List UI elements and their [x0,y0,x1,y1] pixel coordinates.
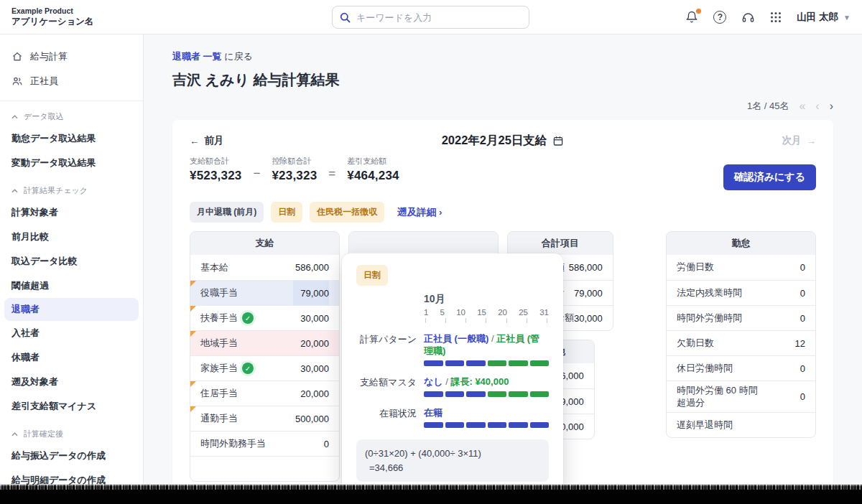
top-header: Example Product アプリケーション名 ? 山 [0,0,862,34]
resident-tax-lump-badge: 住民税一括徴収 [310,202,384,223]
pay-master-bar [424,391,549,397]
sidebar-item-fulltime-employees[interactable]: 正社員 [0,69,143,93]
chevron-up-icon [11,432,18,437]
table-row[interactable]: 法定内残業時間0 [667,280,815,305]
proration-popover: 日割 10月 151015202531 計算パターン 正社員 (一般職) / 正… [342,253,563,493]
global-search[interactable] [332,6,529,29]
help-icon[interactable]: ? [713,10,727,24]
notification-dot [696,9,701,14]
bottom-letterbox-bar [0,486,862,504]
section-after-finalize[interactable]: 計算確定後 [0,419,143,444]
sidebar: 給与計算 正社員 データ取込 勤怠データ取込結果 変動データ取込結果 計算結果チ… [0,34,144,504]
prorated-badge: 日割 [271,202,302,223]
confirm-button[interactable]: 確認済みにする [723,164,816,190]
table-header: 支給 [190,232,339,255]
sidebar-item-import-compare[interactable]: 取込データ比較 [0,249,143,274]
table-header: 勤怠 [667,232,815,255]
table-row[interactable]: 遅刻早退時間 [667,412,815,437]
day-axis-tickmarks [424,317,549,323]
prev-record-icon[interactable]: ‹ [815,101,819,112]
search-input[interactable] [356,12,522,23]
proration-formula: (0÷31×20) + (40,000÷ 3×11) =34,666 [356,439,549,482]
sidebar-item-variable-import-result[interactable]: 変動データ取込結果 [0,151,143,175]
sidebar-item-on-leave[interactable]: 休職者 [0,345,143,370]
notification-bell-icon[interactable] [685,10,699,24]
record-pagination: 1名 / 45名 « ‹ › [144,100,833,113]
first-page-icon[interactable]: « [799,101,805,112]
sidebar-item-threshold-exceeded[interactable]: 閾値超過 [0,274,143,298]
prorated-badge: 日割 [356,265,388,286]
table-row[interactable]: 役職手当79,000 [190,280,339,305]
sidebar-item-label: 正社員 [30,75,58,88]
next-month-button[interactable]: 次月 → [782,134,817,147]
equals-operator: = [328,167,335,183]
table-row[interactable]: 時間外労働時間0 [667,305,815,330]
total-payment: 支給額合計 ¥523,323 [190,156,242,183]
breadcrumb-back-link[interactable]: 退職者 一覧 [172,51,222,62]
table-attendance: 勤怠 労働日数0 法定内残業時間0 時間外労働時間0 欠勤日数12 休日労働時間… [666,231,816,438]
sidebar-item-retroactive-targets[interactable]: 遡及対象者 [0,370,143,394]
table-row[interactable]: 休日労働時間0 [667,355,815,381]
retroactive-detail-link[interactable]: 遡及詳細 › [397,206,442,219]
sidebar-item-new-hires[interactable]: 入社者 [0,321,143,345]
breadcrumb: 退職者 一覧 に戻る [172,50,862,63]
enrollment-bar [424,422,549,428]
check-icon: ✓ [242,363,254,374]
check-icon: ✓ [242,312,254,324]
total-deduction: 控除額合計 ¥23,323 [272,156,317,183]
app-logo: Example Product アプリケーション名 [11,6,94,28]
table-row[interactable]: 地域手当20,000 [190,330,339,355]
section-calc-check[interactable]: 計算結果チェック [0,175,143,200]
record-count: 1名 / 45名 [747,100,789,113]
sidebar-item-negative-net-pay[interactable]: 差引支給額マイナス [0,394,143,419]
table-payments: 支給 基本給586,000 役職手当79,000 扶養手当✓30,000 地域手… [190,231,340,482]
table-header: 合計項目 [508,232,613,255]
sidebar-item-calc-targets[interactable]: 計算対象者 [0,200,143,225]
calendar-icon[interactable] [552,135,564,146]
application-name: アプリケーション名 [11,16,94,28]
product-name: Example Product [11,6,94,16]
section-data-import[interactable]: データ取込 [0,101,143,126]
app-window: Example Product アプリケーション名 ? 山 [0,0,862,504]
minus-operator: − [254,167,261,183]
users-icon [11,75,23,87]
table-row[interactable]: 欠勤日数12 [667,330,815,355]
month-label: 10月 [424,293,549,306]
user-name: 山田 太郎 [797,11,838,24]
table-row[interactable]: 労働日数0 [667,255,815,280]
net-payment: 差引支給額 ¥464,234 [347,156,399,183]
page-title: 吉沢 えみり 給与計算結果 [172,70,862,90]
app-grid-icon[interactable] [769,10,783,24]
table-row[interactable]: 住居手当20,000 [190,381,339,406]
day-axis-ticks: 151015202531 [424,308,549,317]
calc-pattern-bar [424,360,549,366]
enrollment-row: 在籍状況 在籍 [356,406,549,428]
table-row[interactable]: 時間外勤務手当0 [190,431,339,456]
calc-pattern-row: 計算パターン 正社員 (一般職) / 正社員 (管理職) [356,332,549,366]
mid-month-retirement-badge: 月中退職 (前月) [190,202,264,223]
support-headset-icon[interactable] [741,10,755,24]
table-row[interactable] [190,456,339,481]
sidebar-item-attendance-import-result[interactable]: 勤怠データ取込結果 [0,126,143,151]
pay-date: 2022年2月25日支給 [172,133,833,149]
table-row[interactable]: 時間外労働 60 時間超過分0 [667,381,815,412]
sidebar-item-payroll-home[interactable]: 給与計算 [0,45,143,69]
chevron-up-icon [11,189,18,193]
table-row[interactable]: 家族手当✓30,000 [190,355,339,381]
sidebar-item-prev-month-compare[interactable]: 前月比較 [0,225,143,249]
sidebar-item-retirees[interactable]: 退職者 [4,298,139,321]
user-menu[interactable]: 山田 太郎 ▼ [797,11,851,24]
pay-master-row: 支給額マスタ なし / 課長: ¥40,000 [356,375,549,397]
table-row[interactable]: 基本給586,000 [190,255,339,280]
chevron-down-icon: ▼ [843,14,851,22]
chevron-up-icon [11,115,18,119]
table-row[interactable]: 通勤手当500,000 [190,406,339,431]
arrow-right-icon: → [807,136,817,146]
home-icon [11,51,23,62]
search-icon [340,12,351,23]
sidebar-item-transfer-data-create[interactable]: 給与振込データの作成 [0,444,143,468]
sidebar-item-label: 給与計算 [30,50,68,63]
table-row[interactable]: 扶養手当✓30,000 [190,305,339,330]
next-record-icon[interactable]: › [830,101,833,112]
